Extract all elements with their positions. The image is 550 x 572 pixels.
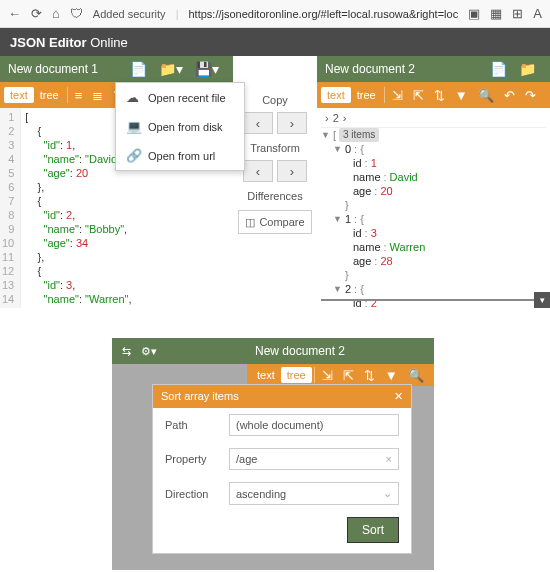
new-doc-icon[interactable]: 📄: [124, 61, 153, 77]
sort-icon[interactable]: ⇅: [429, 88, 450, 103]
left-panel: New document 1 📄 📁▾ 💾▾ text tree ≡ ≣ ⇅ ☁…: [0, 56, 233, 308]
share-icon[interactable]: ⇆: [122, 345, 131, 358]
diff-label: Differences: [247, 186, 302, 204]
filter-icon[interactable]: ▼: [380, 368, 403, 383]
laptop-icon: 💻: [126, 119, 140, 134]
sort-icon[interactable]: ⇅: [359, 368, 380, 383]
app-title: JSON Editor Online: [10, 35, 128, 50]
mode-text-button[interactable]: text: [321, 87, 351, 103]
open-recent-item[interactable]: ☁Open recent file: [116, 83, 244, 112]
close-icon[interactable]: ✕: [394, 390, 403, 403]
expand-icon[interactable]: ⇲: [387, 88, 408, 103]
qr-icon[interactable]: ▦: [490, 6, 502, 21]
direction-label: Direction: [165, 488, 221, 500]
open-disk-item[interactable]: 💻Open from disk: [116, 112, 244, 141]
mode-tree-button[interactable]: tree: [281, 367, 312, 383]
path-input[interactable]: (whole document): [229, 414, 399, 436]
clear-icon[interactable]: ×: [386, 453, 392, 465]
link-icon: 🔗: [126, 148, 140, 163]
mode-tree-button[interactable]: tree: [34, 87, 65, 103]
open-folder-icon[interactable]: 📁▾: [153, 61, 189, 77]
address-bar[interactable]: https://jsoneditoronline.org/#left=local…: [188, 8, 458, 20]
search-icon[interactable]: 🔍: [473, 88, 499, 103]
left-toolbar: text tree ≡ ≣ ⇅ ☁Open recent file 💻Open …: [0, 82, 233, 108]
copy-label: Copy: [262, 90, 288, 108]
breadcrumb[interactable]: › 2 ›: [321, 108, 546, 128]
back-icon[interactable]: ←: [8, 6, 21, 21]
gear-icon[interactable]: ⚙▾: [141, 345, 157, 358]
right-panel: New document 2 📄 📁 text tree ⇲ ⇱ ⇅ ▼ 🔍 ↶…: [317, 56, 550, 308]
save-icon[interactable]: 💾▾: [189, 61, 225, 77]
middle-column: Copy ‹ › Transform ‹ › Differences ◫Comp…: [233, 56, 317, 308]
right-toolbar: text tree ⇲ ⇱ ⇅ ▼ 🔍 ↶ ↷: [317, 82, 550, 108]
expand-icon[interactable]: ⇲: [317, 368, 338, 383]
chevron-right-icon: ›: [343, 111, 347, 125]
format-icon[interactable]: ≡: [70, 88, 88, 103]
property-label: Property: [165, 453, 221, 465]
home-icon[interactable]: ⌂: [52, 6, 60, 21]
left-doc-title[interactable]: New document 1: [8, 62, 124, 76]
redo-icon[interactable]: ↷: [520, 88, 541, 103]
modal-title: Sort array items: [161, 390, 239, 403]
cloud-icon: ☁: [126, 90, 140, 105]
sort-modal: Sort array items ✕ Path (whole document)…: [152, 384, 412, 554]
refresh-icon[interactable]: ⟳: [31, 6, 42, 21]
tab-icon[interactable]: ▣: [468, 6, 480, 21]
open-folder-icon[interactable]: 📁: [513, 61, 542, 77]
overlay-view: ⇆ ⚙▾ New document 2 text tree ⇲ ⇱ ⇅ ▼ 🔍 …: [112, 338, 434, 570]
copy-right-button[interactable]: ›: [277, 112, 307, 134]
transform-label: Transform: [250, 138, 300, 156]
path-label: Path: [165, 419, 221, 431]
diff-slider[interactable]: ▾: [317, 292, 550, 308]
right-doc-title[interactable]: New document 2: [325, 62, 484, 76]
new-doc-icon[interactable]: 📄: [484, 61, 513, 77]
text-size-icon[interactable]: A: [533, 6, 542, 21]
collapse-icon[interactable]: ⇱: [338, 368, 359, 383]
transform-left-button[interactable]: ‹: [243, 160, 273, 182]
left-panel-header: New document 1 📄 📁▾ 💾▾: [0, 56, 233, 82]
compare-icon: ◫: [245, 216, 255, 229]
filter-icon[interactable]: ▼: [450, 88, 473, 103]
search-icon[interactable]: 🔍: [403, 368, 429, 383]
right-tree-view[interactable]: › 2 › ▼[ 3 items▼0 : {id : 1name : David…: [317, 108, 550, 308]
line-gutter: 1234567891011121314151617: [0, 108, 21, 308]
property-input[interactable]: /age×: [229, 448, 399, 470]
mode-tree-button[interactable]: tree: [351, 87, 382, 103]
direction-select[interactable]: ascending⌄: [229, 482, 399, 505]
compact-icon[interactable]: ≣: [87, 88, 108, 103]
collapse-icon[interactable]: ⇱: [408, 88, 429, 103]
open-url-item[interactable]: 🔗Open from url: [116, 141, 244, 170]
undo-icon[interactable]: ↶: [499, 88, 520, 103]
overlay-doc-title[interactable]: New document 2: [247, 338, 434, 364]
chevron-down-icon: ⌄: [383, 487, 392, 500]
sort-button[interactable]: Sort: [347, 517, 399, 543]
mode-text-button[interactable]: text: [4, 87, 34, 103]
compare-button[interactable]: ◫Compare: [238, 210, 312, 234]
security-label: Added security: [93, 8, 166, 20]
shield-icon: 🛡: [70, 6, 83, 21]
app-title-bar: JSON Editor Online: [0, 28, 550, 56]
chevron-right-icon: ›: [325, 111, 329, 125]
open-menu: ☁Open recent file 💻Open from disk 🔗Open …: [115, 82, 245, 171]
slider-thumb-icon[interactable]: ▾: [534, 292, 550, 308]
right-panel-header: New document 2 📄 📁: [317, 56, 550, 82]
copy-left-button[interactable]: ‹: [243, 112, 273, 134]
grid-icon[interactable]: ⊞: [512, 6, 523, 21]
mode-text-button[interactable]: text: [251, 367, 281, 383]
transform-right-button[interactable]: ›: [277, 160, 307, 182]
browser-bar: ← ⟳ ⌂ 🛡 Added security | https://jsonedi…: [0, 0, 550, 28]
